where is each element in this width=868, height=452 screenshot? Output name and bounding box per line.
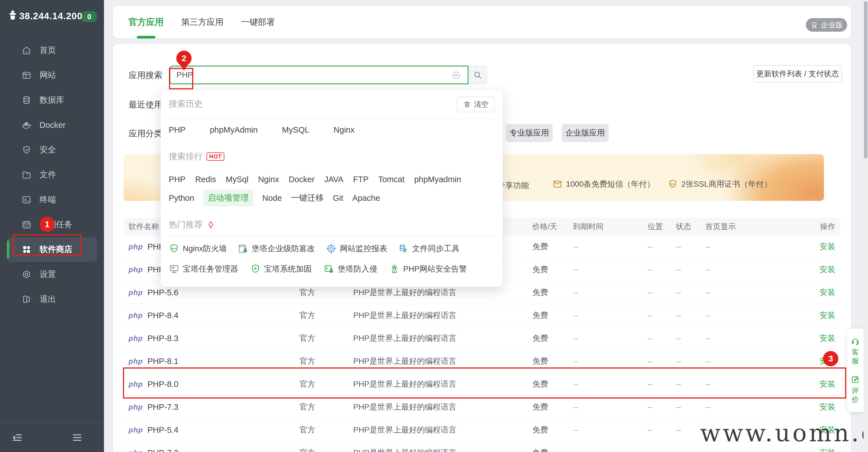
- php-logo-icon: php: [129, 426, 143, 434]
- sidebar-item[interactable]: 网站: [7, 63, 97, 88]
- recent-used-label: 最近使用: [129, 99, 162, 111]
- website-icon: [22, 70, 32, 80]
- rank-chip[interactable]: Python: [169, 194, 194, 203]
- recommend-item[interactable]: PHP网站安全告警: [389, 264, 467, 274]
- store-tab[interactable]: 第三方应用: [181, 6, 223, 38]
- banner-sms-item[interactable]: 1000条免费短信（年付）: [552, 178, 655, 190]
- rank-chip[interactable]: Apache: [352, 194, 380, 203]
- docker-icon: [22, 120, 32, 130]
- banner-ssl-item[interactable]: 2张SSL商用证书（年付）: [668, 178, 772, 190]
- store-tab[interactable]: 一键部署: [241, 6, 275, 38]
- annotation-box-software-store: [13, 234, 82, 256]
- clear-history-button[interactable]: 清空: [457, 96, 495, 112]
- software-home-display: --: [705, 242, 759, 251]
- search-input[interactable]: [169, 66, 468, 84]
- php-logo-icon: php: [129, 334, 143, 343]
- rank-chip[interactable]: FTP: [353, 175, 369, 184]
- install-link[interactable]: 安装: [759, 241, 835, 252]
- table-row[interactable]: php PHP-7.3 官方 PHP是世界上最好的编程语言 免费 -- -- -…: [123, 396, 840, 419]
- recommend-item[interactable]: Nginx防火墙: [169, 243, 227, 254]
- medal-icon: [810, 21, 818, 29]
- category-enterprise-button[interactable]: 企业版应用: [562, 124, 609, 142]
- sidebar-item-label: 首页: [39, 45, 56, 56]
- sidebar-item[interactable]: 首页: [7, 38, 97, 63]
- pagoda-logo-icon: [7, 8, 19, 22]
- sidebar-item[interactable]: 退出: [7, 287, 97, 312]
- sidebar-item[interactable]: 数据库: [7, 88, 97, 113]
- software-expire: --: [573, 311, 648, 320]
- recommend-item[interactable]: 堡塔企业级防篡改: [238, 243, 315, 254]
- window-lock-icon: [238, 243, 248, 254]
- rank-chip[interactable]: Git: [333, 194, 343, 203]
- recommend-item[interactable]: 宝塔任务管理器: [169, 264, 238, 274]
- col-expire: 到期时间: [573, 222, 648, 232]
- install-link[interactable]: 安装: [759, 264, 835, 275]
- software-home-display: --: [705, 334, 759, 343]
- sidebar-item-label: Docker: [39, 120, 66, 130]
- history-title: 搜索历史: [169, 98, 203, 110]
- scrollbar-thumb[interactable]: [864, 1, 867, 159]
- message-count-badge[interactable]: 0: [82, 11, 97, 22]
- table-row[interactable]: php PHP-8.3 官方 PHP是世界上最好的编程语言 免费 -- -- -…: [123, 327, 840, 350]
- sidebar-item[interactable]: Docker: [7, 113, 97, 138]
- float-panel-item[interactable]: 客服: [851, 337, 860, 365]
- sidebar-item[interactable]: 安全: [7, 138, 97, 162]
- server-ip: 38.244.14.200: [19, 11, 83, 22]
- rank-chip[interactable]: 一键迁移: [291, 192, 324, 204]
- install-link[interactable]: 安装: [759, 310, 835, 321]
- recommend-item[interactable]: 网站监控报表: [326, 243, 388, 254]
- recommend-item[interactable]: 宝塔系统加固: [250, 264, 312, 274]
- sidebar-item[interactable]: 文件: [7, 162, 97, 187]
- ssl-shield-icon: [668, 179, 678, 189]
- php-logo-icon: php: [129, 449, 143, 452]
- install-link[interactable]: 安装: [759, 402, 835, 413]
- history-chip[interactable]: phpMyAdmin: [210, 125, 258, 135]
- enterprise-button[interactable]: 企业版: [806, 18, 847, 32]
- software-status: --: [676, 288, 705, 297]
- rank-chip[interactable]: phpMyadmin: [414, 175, 461, 184]
- software-location: --: [648, 311, 676, 320]
- collapse-sidebar-icon[interactable]: [11, 432, 23, 444]
- rank-chip[interactable]: Tomcat: [378, 175, 404, 184]
- recommend-item[interactable]: 文件同步工具: [398, 243, 460, 254]
- php-logo-icon: php: [129, 288, 143, 297]
- history-chip[interactable]: PHP: [169, 125, 186, 135]
- sidebar-item[interactable]: 终端: [7, 187, 97, 212]
- rank-chip[interactable]: Nginx: [258, 175, 279, 184]
- recommend-item[interactable]: 堡塔防入侵: [323, 264, 377, 274]
- rank-chip[interactable]: JAVA: [324, 175, 343, 184]
- terminal-lock-icon: [323, 264, 334, 274]
- rank-chip[interactable]: MySql: [226, 175, 249, 184]
- flame-icon: [207, 221, 215, 229]
- store-tab[interactable]: 官方应用: [129, 6, 164, 38]
- install-link[interactable]: 安装: [759, 333, 835, 344]
- search-button[interactable]: [468, 66, 487, 84]
- page-scrollbar[interactable]: [864, 0, 868, 452]
- software-price: 免费: [532, 287, 573, 298]
- install-link[interactable]: 安装: [759, 287, 835, 298]
- history-chip[interactable]: MySQL: [282, 125, 309, 135]
- software-desc: PHP是世界上最好的编程语言: [353, 425, 532, 435]
- table-row[interactable]: php PHP-8.4 官方 PHP是世界上最好的编程语言 免费 -- -- -…: [123, 304, 840, 327]
- settings-icon: [22, 269, 32, 279]
- software-vendor: 官方: [300, 287, 353, 298]
- software-home-display: --: [705, 265, 759, 274]
- rank-chip[interactable]: 启动项管理: [203, 190, 253, 206]
- rank-chip[interactable]: PHP: [169, 175, 186, 184]
- float-panel-item[interactable]: 评价: [851, 375, 860, 404]
- menu-list-icon[interactable]: [71, 432, 83, 444]
- history-chip[interactable]: Nginx: [334, 125, 354, 135]
- rank-chip[interactable]: Node: [262, 194, 282, 203]
- db-sync-icon: [398, 243, 409, 254]
- install-link[interactable]: 安装: [759, 448, 835, 452]
- sidebar-item[interactable]: 设置: [7, 262, 97, 287]
- rank-chip[interactable]: Docker: [289, 175, 315, 184]
- terminal-icon: [22, 195, 32, 205]
- home-icon: [22, 45, 32, 55]
- clear-input-icon[interactable]: [451, 70, 461, 80]
- rank-chip[interactable]: Redis: [195, 175, 216, 184]
- store-tabs: 官方应用 第三方应用 一键部署: [129, 6, 275, 38]
- update-software-list-button[interactable]: 更新软件列表 / 支付状态: [753, 65, 842, 83]
- category-pro-button[interactable]: 专业版应用: [506, 124, 553, 142]
- headset-icon: [851, 337, 860, 346]
